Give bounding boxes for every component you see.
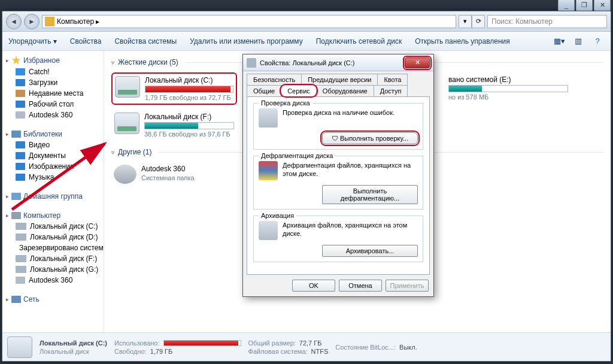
uninstall-button[interactable]: Удалить или изменить программу	[190, 37, 303, 46]
system-properties-button[interactable]: Свойства системы	[114, 37, 177, 46]
maximize-button[interactable]: ❐	[576, 0, 593, 11]
defrag-button[interactable]: Выполнить дефрагментацию...	[322, 185, 418, 204]
sidebar-item-disk-reserved[interactable]: Зарезервировано системой	[2, 242, 104, 253]
check-disk-icon	[259, 108, 278, 128]
back-button[interactable]: ◄	[6, 14, 22, 29]
homegroup-header[interactable]: ▸Домашняя группа	[2, 191, 104, 202]
tab-general[interactable]: Общие	[247, 85, 281, 96]
view-menu[interactable]: ▦▾	[552, 35, 566, 48]
dialog-titlebar[interactable]: Свойства: Локальный диск (C:) ✕	[243, 54, 433, 71]
preview-pane-button[interactable]: ▥	[571, 35, 585, 48]
recent-icon	[16, 90, 25, 97]
tab-service[interactable]: Сервис	[281, 85, 317, 96]
disk-icon	[247, 58, 256, 68]
backup-group: Архивация Архивация файлов, хранящихся н…	[253, 216, 423, 262]
drive-f[interactable]: Локальный диск (F:) 38,6 ГБ свободно из …	[111, 110, 237, 141]
sidebar: ▸Избранное Catch! Загрузки Недавние мест…	[2, 51, 104, 332]
check-disk-group: Проверка диска Проверка диска на наличие…	[253, 103, 423, 150]
music-icon	[16, 174, 25, 181]
apply-button[interactable]: Применить	[386, 280, 429, 292]
usage-bar	[448, 85, 568, 92]
control-panel-button[interactable]: Открыть панель управления	[415, 37, 510, 46]
backup-button[interactable]: Архивировать...	[322, 245, 418, 257]
dialog-close-button[interactable]: ✕	[405, 57, 430, 68]
forward-button[interactable]: ►	[24, 14, 40, 29]
sidebar-item-catch[interactable]: Catch!	[2, 66, 104, 77]
drive-e[interactable]: вано системой (E:) но из 578 МБ	[445, 72, 571, 105]
sidebar-item-images[interactable]: Изображения	[2, 161, 104, 172]
network-header[interactable]: ▸Сеть	[2, 294, 104, 305]
properties-button[interactable]: Свойства	[70, 37, 102, 46]
help-button[interactable]: ?	[590, 35, 605, 48]
sidebar-item-downloads[interactable]: Загрузки	[2, 77, 104, 88]
catch-icon	[16, 68, 25, 75]
properties-dialog: Свойства: Локальный диск (C:) ✕ Безопасн…	[242, 54, 434, 297]
toolbar: Упорядочить ▾ Свойства Свойства системы …	[2, 32, 611, 51]
libraries-header[interactable]: ▸Библиотеки	[2, 129, 104, 139]
close-button[interactable]: ✕	[594, 0, 611, 11]
documents-icon	[16, 152, 25, 159]
favorites-header[interactable]: ▸Избранное	[2, 54, 104, 66]
backup-icon	[259, 221, 278, 240]
usage-bar	[145, 86, 233, 93]
disk-icon	[16, 223, 26, 230]
computer-header[interactable]: ▸Компьютер	[2, 210, 104, 221]
cancel-button[interactable]: Отмена	[339, 280, 382, 292]
sidebar-item-desktop[interactable]: Рабочий стол	[2, 99, 104, 110]
organize-menu[interactable]: Упорядочить ▾	[8, 37, 57, 46]
images-icon	[16, 163, 25, 170]
video-icon	[16, 141, 25, 148]
disk-icon	[16, 255, 26, 262]
disk-large-icon	[7, 336, 32, 358]
sidebar-item-autodesk[interactable]: Autodesk 360	[2, 110, 104, 120]
network-icon	[11, 296, 21, 303]
check-disk-button[interactable]: 🛡 Выполнить проверку...	[322, 132, 418, 144]
tab-access[interactable]: Доступ	[374, 85, 408, 96]
tab-quota[interactable]: Квота	[377, 74, 408, 85]
status-bar: Локальный диск (C:) Локальный диск Испол…	[2, 332, 611, 361]
sidebar-item-disk-f[interactable]: Локальный диск (F:)	[2, 253, 104, 264]
dropdown-button[interactable]: ▾	[459, 15, 472, 28]
sidebar-item-disk-d[interactable]: Локальный диск (D:)	[2, 232, 104, 242]
autodesk-icon	[16, 277, 25, 284]
drive-icon	[114, 113, 139, 134]
sidebar-item-music[interactable]: Музыка	[2, 172, 104, 183]
sidebar-item-disk-c[interactable]: Локальный диск (C:)	[2, 221, 104, 232]
address-bar: ◄ ► Компьютер ▸ ▾ ⟳ Поиск: Компьютер	[2, 11, 611, 32]
sidebar-item-autodesk360[interactable]: Autodesk 360	[2, 275, 104, 286]
sidebar-item-disk-g[interactable]: Локальный диск (G:)	[2, 264, 104, 275]
defrag-icon	[259, 161, 278, 180]
computer-icon	[11, 212, 21, 219]
disk-icon	[16, 233, 26, 241]
computer-icon	[45, 17, 54, 26]
homegroup-icon	[11, 193, 21, 200]
disk-icon	[16, 266, 26, 273]
address-field[interactable]: Компьютер ▸	[42, 15, 456, 28]
sidebar-item-recent[interactable]: Недавние места	[2, 88, 104, 99]
refresh-button[interactable]: ⟳	[472, 15, 485, 28]
defrag-group: Дефрагментация диска Дефрагментация файл…	[253, 156, 423, 210]
star-icon	[11, 56, 21, 65]
usage-bar	[144, 122, 234, 129]
sidebar-item-video[interactable]: Видео	[2, 139, 104, 150]
ok-button[interactable]: OK	[292, 280, 335, 292]
tab-previous-versions[interactable]: Предыдущие версии	[301, 74, 378, 85]
used-bar	[163, 340, 241, 346]
tab-security[interactable]: Безопасность	[247, 74, 302, 85]
address-text: Компьютер ▸	[57, 17, 99, 26]
folder-icon	[114, 165, 136, 184]
library-icon	[11, 131, 21, 138]
minimize-button[interactable]: _	[558, 0, 575, 11]
desktop-icon	[16, 101, 25, 108]
search-input[interactable]: Поиск: Компьютер	[487, 15, 607, 28]
map-drive-button[interactable]: Подключить сетевой диск	[316, 37, 402, 46]
download-icon	[16, 79, 25, 86]
drive-c[interactable]: Локальный диск (C:) 1,79 ГБ свободно из …	[111, 72, 237, 105]
sidebar-item-documents[interactable]: Документы	[2, 150, 104, 161]
tab-hardware[interactable]: Оборудование	[316, 85, 374, 96]
drive-icon	[115, 76, 140, 98]
autodesk-icon	[16, 111, 25, 119]
window-controls: _ ❐ ✕	[557, 0, 611, 11]
